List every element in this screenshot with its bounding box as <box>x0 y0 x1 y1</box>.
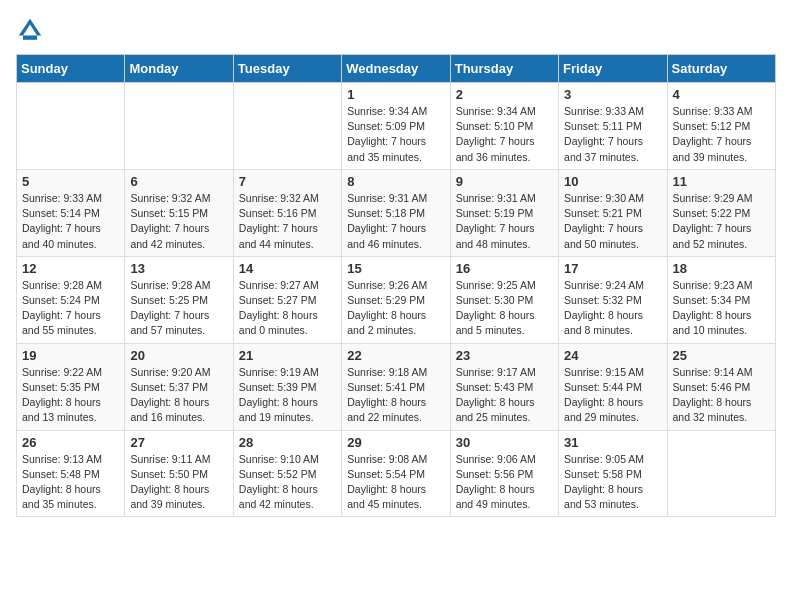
day-number: 11 <box>673 174 770 189</box>
day-number: 17 <box>564 261 661 276</box>
calendar-day-cell: 10Sunrise: 9:30 AM Sunset: 5:21 PM Dayli… <box>559 169 667 256</box>
calendar-day-cell: 11Sunrise: 9:29 AM Sunset: 5:22 PM Dayli… <box>667 169 775 256</box>
calendar-day-cell: 7Sunrise: 9:32 AM Sunset: 5:16 PM Daylig… <box>233 169 341 256</box>
calendar-day-cell: 22Sunrise: 9:18 AM Sunset: 5:41 PM Dayli… <box>342 343 450 430</box>
day-number: 18 <box>673 261 770 276</box>
day-info: Sunrise: 9:32 AM Sunset: 5:15 PM Dayligh… <box>130 191 227 252</box>
calendar-day-cell: 31Sunrise: 9:05 AM Sunset: 5:58 PM Dayli… <box>559 430 667 517</box>
calendar-day-cell: 29Sunrise: 9:08 AM Sunset: 5:54 PM Dayli… <box>342 430 450 517</box>
calendar-day-cell: 13Sunrise: 9:28 AM Sunset: 5:25 PM Dayli… <box>125 256 233 343</box>
day-number: 24 <box>564 348 661 363</box>
day-info: Sunrise: 9:20 AM Sunset: 5:37 PM Dayligh… <box>130 365 227 426</box>
day-number: 30 <box>456 435 553 450</box>
weekday-header-row: SundayMondayTuesdayWednesdayThursdayFrid… <box>17 55 776 83</box>
day-info: Sunrise: 9:14 AM Sunset: 5:46 PM Dayligh… <box>673 365 770 426</box>
weekday-header: Sunday <box>17 55 125 83</box>
calendar-day-cell: 1Sunrise: 9:34 AM Sunset: 5:09 PM Daylig… <box>342 83 450 170</box>
day-info: Sunrise: 9:33 AM Sunset: 5:14 PM Dayligh… <box>22 191 119 252</box>
day-number: 14 <box>239 261 336 276</box>
calendar-day-cell: 21Sunrise: 9:19 AM Sunset: 5:39 PM Dayli… <box>233 343 341 430</box>
page-header <box>16 16 776 44</box>
svg-rect-2 <box>23 36 37 40</box>
day-number: 31 <box>564 435 661 450</box>
day-info: Sunrise: 9:34 AM Sunset: 5:10 PM Dayligh… <box>456 104 553 165</box>
day-info: Sunrise: 9:28 AM Sunset: 5:24 PM Dayligh… <box>22 278 119 339</box>
calendar-day-cell: 5Sunrise: 9:33 AM Sunset: 5:14 PM Daylig… <box>17 169 125 256</box>
day-number: 23 <box>456 348 553 363</box>
day-info: Sunrise: 9:29 AM Sunset: 5:22 PM Dayligh… <box>673 191 770 252</box>
weekday-header: Monday <box>125 55 233 83</box>
calendar-day-cell: 19Sunrise: 9:22 AM Sunset: 5:35 PM Dayli… <box>17 343 125 430</box>
calendar-week-row: 12Sunrise: 9:28 AM Sunset: 5:24 PM Dayli… <box>17 256 776 343</box>
day-number: 1 <box>347 87 444 102</box>
calendar-day-cell: 27Sunrise: 9:11 AM Sunset: 5:50 PM Dayli… <box>125 430 233 517</box>
day-number: 27 <box>130 435 227 450</box>
day-number: 10 <box>564 174 661 189</box>
day-number: 13 <box>130 261 227 276</box>
day-number: 9 <box>456 174 553 189</box>
calendar-day-cell: 16Sunrise: 9:25 AM Sunset: 5:30 PM Dayli… <box>450 256 558 343</box>
day-number: 19 <box>22 348 119 363</box>
day-number: 22 <box>347 348 444 363</box>
calendar-day-cell <box>233 83 341 170</box>
calendar-day-cell: 8Sunrise: 9:31 AM Sunset: 5:18 PM Daylig… <box>342 169 450 256</box>
day-number: 26 <box>22 435 119 450</box>
day-number: 16 <box>456 261 553 276</box>
day-number: 25 <box>673 348 770 363</box>
weekday-header: Saturday <box>667 55 775 83</box>
day-info: Sunrise: 9:24 AM Sunset: 5:32 PM Dayligh… <box>564 278 661 339</box>
calendar-day-cell: 30Sunrise: 9:06 AM Sunset: 5:56 PM Dayli… <box>450 430 558 517</box>
calendar-day-cell: 26Sunrise: 9:13 AM Sunset: 5:48 PM Dayli… <box>17 430 125 517</box>
day-info: Sunrise: 9:31 AM Sunset: 5:18 PM Dayligh… <box>347 191 444 252</box>
calendar-day-cell: 24Sunrise: 9:15 AM Sunset: 5:44 PM Dayli… <box>559 343 667 430</box>
calendar-day-cell <box>125 83 233 170</box>
day-info: Sunrise: 9:23 AM Sunset: 5:34 PM Dayligh… <box>673 278 770 339</box>
calendar-day-cell: 28Sunrise: 9:10 AM Sunset: 5:52 PM Dayli… <box>233 430 341 517</box>
weekday-header: Wednesday <box>342 55 450 83</box>
calendar-day-cell: 9Sunrise: 9:31 AM Sunset: 5:19 PM Daylig… <box>450 169 558 256</box>
day-info: Sunrise: 9:05 AM Sunset: 5:58 PM Dayligh… <box>564 452 661 513</box>
day-info: Sunrise: 9:25 AM Sunset: 5:30 PM Dayligh… <box>456 278 553 339</box>
day-info: Sunrise: 9:28 AM Sunset: 5:25 PM Dayligh… <box>130 278 227 339</box>
day-number: 8 <box>347 174 444 189</box>
logo <box>16 16 48 44</box>
calendar-day-cell: 17Sunrise: 9:24 AM Sunset: 5:32 PM Dayli… <box>559 256 667 343</box>
calendar-day-cell: 25Sunrise: 9:14 AM Sunset: 5:46 PM Dayli… <box>667 343 775 430</box>
day-info: Sunrise: 9:19 AM Sunset: 5:39 PM Dayligh… <box>239 365 336 426</box>
day-info: Sunrise: 9:11 AM Sunset: 5:50 PM Dayligh… <box>130 452 227 513</box>
day-info: Sunrise: 9:27 AM Sunset: 5:27 PM Dayligh… <box>239 278 336 339</box>
day-info: Sunrise: 9:33 AM Sunset: 5:12 PM Dayligh… <box>673 104 770 165</box>
calendar-day-cell: 14Sunrise: 9:27 AM Sunset: 5:27 PM Dayli… <box>233 256 341 343</box>
weekday-header: Friday <box>559 55 667 83</box>
day-info: Sunrise: 9:18 AM Sunset: 5:41 PM Dayligh… <box>347 365 444 426</box>
day-info: Sunrise: 9:30 AM Sunset: 5:21 PM Dayligh… <box>564 191 661 252</box>
day-info: Sunrise: 9:31 AM Sunset: 5:19 PM Dayligh… <box>456 191 553 252</box>
day-number: 7 <box>239 174 336 189</box>
day-number: 29 <box>347 435 444 450</box>
day-info: Sunrise: 9:13 AM Sunset: 5:48 PM Dayligh… <box>22 452 119 513</box>
calendar-week-row: 5Sunrise: 9:33 AM Sunset: 5:14 PM Daylig… <box>17 169 776 256</box>
day-info: Sunrise: 9:22 AM Sunset: 5:35 PM Dayligh… <box>22 365 119 426</box>
day-info: Sunrise: 9:34 AM Sunset: 5:09 PM Dayligh… <box>347 104 444 165</box>
day-number: 20 <box>130 348 227 363</box>
weekday-header: Thursday <box>450 55 558 83</box>
weekday-header: Tuesday <box>233 55 341 83</box>
calendar-day-cell <box>17 83 125 170</box>
day-info: Sunrise: 9:15 AM Sunset: 5:44 PM Dayligh… <box>564 365 661 426</box>
day-number: 15 <box>347 261 444 276</box>
day-info: Sunrise: 9:17 AM Sunset: 5:43 PM Dayligh… <box>456 365 553 426</box>
calendar-day-cell: 4Sunrise: 9:33 AM Sunset: 5:12 PM Daylig… <box>667 83 775 170</box>
calendar-day-cell: 2Sunrise: 9:34 AM Sunset: 5:10 PM Daylig… <box>450 83 558 170</box>
day-info: Sunrise: 9:06 AM Sunset: 5:56 PM Dayligh… <box>456 452 553 513</box>
day-number: 12 <box>22 261 119 276</box>
calendar-day-cell: 15Sunrise: 9:26 AM Sunset: 5:29 PM Dayli… <box>342 256 450 343</box>
day-number: 5 <box>22 174 119 189</box>
calendar-day-cell: 6Sunrise: 9:32 AM Sunset: 5:15 PM Daylig… <box>125 169 233 256</box>
day-info: Sunrise: 9:08 AM Sunset: 5:54 PM Dayligh… <box>347 452 444 513</box>
day-number: 28 <box>239 435 336 450</box>
calendar-day-cell <box>667 430 775 517</box>
calendar-day-cell: 20Sunrise: 9:20 AM Sunset: 5:37 PM Dayli… <box>125 343 233 430</box>
day-info: Sunrise: 9:10 AM Sunset: 5:52 PM Dayligh… <box>239 452 336 513</box>
calendar-week-row: 1Sunrise: 9:34 AM Sunset: 5:09 PM Daylig… <box>17 83 776 170</box>
calendar-day-cell: 12Sunrise: 9:28 AM Sunset: 5:24 PM Dayli… <box>17 256 125 343</box>
